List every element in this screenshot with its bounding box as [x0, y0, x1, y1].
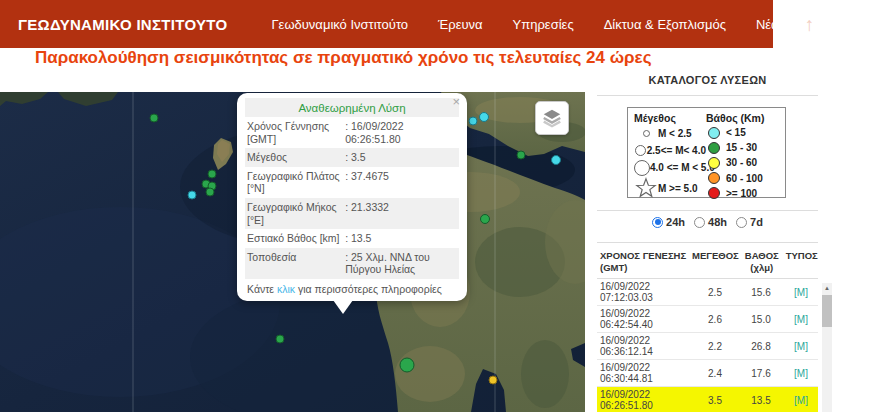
depth-legend-label: < 15: [726, 127, 746, 138]
depth-legend-item: < 15: [706, 125, 785, 140]
type-link[interactable]: [M]: [794, 314, 808, 325]
magnitude-legend-item: 2.5<= M< 4.0: [634, 142, 706, 159]
scrollbar-thumb[interactable]: [822, 295, 832, 327]
table-row[interactable]: 16/09/2022 07:12:03.032.515.6[M]: [597, 279, 818, 306]
divider: [597, 210, 818, 211]
popup-title: Αναθεωρημένη Λύση: [245, 98, 459, 117]
cell-time: 16/09/2022 06:26:51.80: [597, 389, 692, 411]
type-link[interactable]: [M]: [794, 341, 808, 352]
quake-marker[interactable]: [479, 112, 489, 122]
table-header-cell: ΒΑΘΟΣ (χλμ): [739, 250, 785, 275]
quake-marker[interactable]: [208, 170, 217, 179]
depth-legend-item: 60 - 100: [706, 171, 785, 186]
cell-type: [M]: [784, 368, 818, 379]
layers-control-button[interactable]: [535, 101, 569, 135]
depth-legend: Βάθος (Km) < 1515 - 3030 - 6060 - 100>= …: [706, 108, 785, 197]
cell-depth: 15.0: [738, 314, 784, 325]
scroll-top-icon[interactable]: ↑: [805, 15, 815, 34]
type-link[interactable]: [M]: [794, 287, 808, 298]
table-row[interactable]: 16/09/2022 06:26:51.803.513.5[M]: [597, 387, 818, 412]
magnitude-legend-title: Μέγεθος: [634, 112, 706, 124]
radio-icon[interactable]: [736, 217, 747, 228]
popup-tail: [333, 300, 353, 314]
table-header-row: ΧΡΟΝΟΣ ΓΕΝΕΣΗΣ (GMT)ΜΕΓΕΘΟΣΒΑΘΟΣ (χλμ)ΤΥ…: [597, 250, 818, 275]
cell-type: [M]: [784, 314, 818, 325]
cell-depth: 13.5: [738, 395, 784, 406]
map-canvas[interactable]: × Αναθεωρημένη Λύση Χρόνος Γέννησης [GMT…: [0, 92, 585, 412]
quake-marker[interactable]: [469, 117, 478, 126]
circle-icon: [634, 130, 658, 137]
nav-item[interactable]: Γεωδυναμικό Ινστιτούτο: [271, 17, 408, 32]
time-filter-48h[interactable]: 48h: [694, 216, 727, 228]
radio-icon[interactable]: [652, 217, 663, 228]
close-icon[interactable]: ×: [452, 94, 460, 109]
quake-marker[interactable]: [517, 151, 526, 160]
depth-dot-icon: [708, 172, 720, 184]
cell-magnitude: 2.2: [692, 341, 738, 352]
magnitude-legend-label: 2.5<= M< 4.0: [647, 145, 706, 156]
popup-field-row: Χρόνος Γέννησης [GMT]: 16/09/2022 06:26:…: [245, 117, 459, 148]
page-title: Παρακολούθηση σεισμικότητας σε πραγματικ…: [35, 48, 652, 68]
quake-marker[interactable]: [276, 335, 285, 344]
popup-footer: Κάντε κλικ για περισσότερες πληροφορίες: [245, 279, 459, 297]
time-filter-24h[interactable]: 24h: [652, 216, 685, 228]
radio-icon[interactable]: [694, 217, 705, 228]
quake-marker[interactable]: [400, 358, 415, 373]
cell-time: 16/09/2022 06:30:44.81: [597, 362, 692, 384]
page: ΓΕΩΔΥΝΑΜΙΚΟ ΙΝΣΤΙΤΟΥΤΟ Γεωδυναμικό Ινστι…: [0, 0, 880, 412]
quake-marker[interactable]: [150, 114, 159, 123]
table-row[interactable]: 16/09/2022 06:30:44.812.417.6[M]: [597, 360, 818, 387]
popup-footer-text: Κάντε: [247, 283, 277, 295]
more-info-link[interactable]: κλικ: [277, 283, 295, 295]
quake-marker[interactable]: [188, 191, 197, 200]
cell-time: 16/09/2022 06:42:54.40: [597, 308, 692, 330]
popup-field-value: : 3.5: [343, 148, 459, 167]
nav-item[interactable]: Δίκτυα & Εξοπλισμός: [604, 17, 726, 32]
popup-field-row: Γεωγραφικό Μήκος [°E]: 21.3332: [245, 198, 459, 229]
brand-logo[interactable]: ΓΕΩΔΥΝΑΜΙΚΟ ΙΝΣΤΙΤΟΥΤΟ: [18, 16, 227, 33]
circle-icon: [634, 160, 650, 176]
cell-type: [M]: [784, 341, 818, 352]
type-link[interactable]: [M]: [794, 395, 808, 406]
depth-legend-label: 60 - 100: [726, 173, 763, 184]
divider: [597, 242, 818, 243]
nav-item[interactable]: Νέα: [756, 17, 779, 32]
magnitude-legend-label: M < 2.5: [658, 128, 692, 139]
cell-depth: 17.6: [738, 368, 784, 379]
quake-marker[interactable]: [489, 376, 498, 385]
cell-magnitude: 2.4: [692, 368, 738, 379]
nav-item[interactable]: Έρευνα: [438, 17, 483, 32]
magnitude-legend: Μέγεθος M < 2.52.5<= M< 4.04.0 <= M < 5.…: [628, 108, 706, 197]
table-row[interactable]: 16/09/2022 06:36:12.142.226.8[M]: [597, 333, 818, 360]
cell-magnitude: 2.6: [692, 314, 738, 325]
type-link[interactable]: [M]: [794, 368, 808, 379]
depth-legend-item: 15 - 30: [706, 140, 785, 155]
popup-field-row: Εστιακό Βάθος [km]: 13.5: [245, 229, 459, 248]
quake-popup: × Αναθεωρημένη Λύση Χρόνος Γέννησης [GMT…: [237, 93, 467, 301]
time-filter-label: 7d: [750, 216, 763, 228]
cell-time: 16/09/2022 07:12:03.03: [597, 281, 692, 303]
magnitude-legend-label: M >= 5.0: [658, 183, 697, 194]
depth-dot-icon: [708, 127, 720, 139]
layers-icon: [541, 107, 563, 129]
quake-marker[interactable]: [480, 214, 490, 224]
depth-legend-label: >= 100: [726, 188, 757, 199]
popup-field-row: Τοποθεσία: 25 Χλμ. ΝΝΔ του Πύργου Ηλείας: [245, 248, 459, 279]
depth-legend-title: Βάθος (Km): [706, 112, 785, 124]
table-row[interactable]: 16/09/2022 06:42:54.402.615.0[M]: [597, 306, 818, 333]
depth-legend-label: 30 - 60: [726, 157, 757, 168]
scrollbar-up-icon[interactable]: ▲: [822, 285, 832, 291]
cell-type: [M]: [784, 287, 818, 298]
depth-legend-label: 15 - 30: [726, 142, 757, 153]
quake-marker[interactable]: [206, 188, 215, 197]
cell-magnitude: 3.5: [692, 395, 738, 406]
quake-marker[interactable]: [551, 155, 561, 165]
star-icon: [634, 177, 658, 199]
popup-footer-text2: για περισσότερες πληροφορίες: [295, 283, 442, 295]
time-filter-7d[interactable]: 7d: [736, 216, 763, 228]
cell-depth: 15.6: [738, 287, 784, 298]
divider: [597, 95, 818, 96]
table-header-cell: ΤΥΠΟΣ: [785, 250, 819, 275]
nav-item[interactable]: Υπηρεσίες: [513, 17, 574, 32]
popup-field-value: : 16/09/2022 06:26:51.80: [343, 117, 459, 148]
